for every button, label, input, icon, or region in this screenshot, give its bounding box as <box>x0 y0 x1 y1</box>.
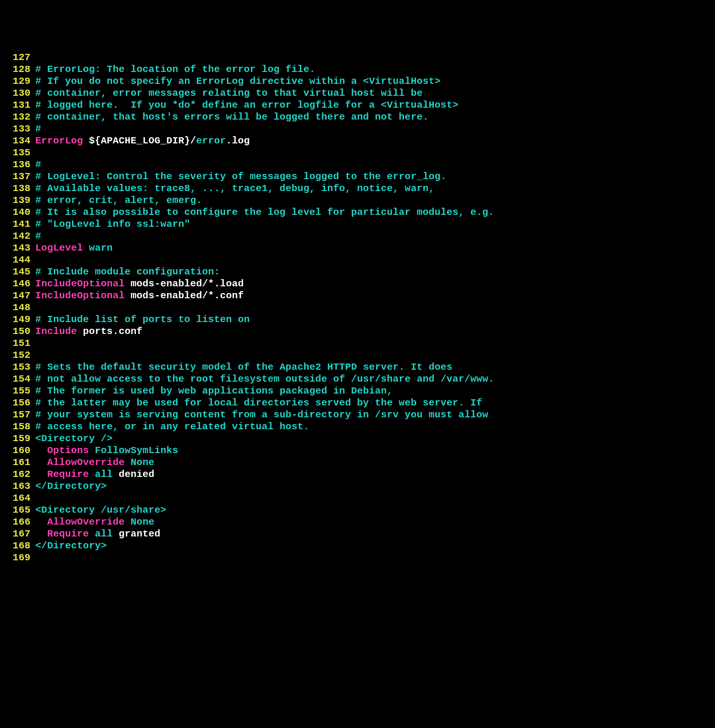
code-content[interactable]: # ErrorLog: The location of the error lo… <box>35 63 709 75</box>
code-content[interactable]: # Include module configuration: <box>35 266 709 278</box>
code-content[interactable]: # <box>35 230 709 242</box>
code-content[interactable]: # error, crit, alert, emerg. <box>35 194 709 206</box>
code-content[interactable]: # logged here. If you *do* define an err… <box>35 99 709 111</box>
code-content[interactable]: # "LogLevel info ssl:warn" <box>35 218 709 230</box>
code-content[interactable]: Options FollowSymLinks <box>35 445 709 456</box>
code-line[interactable]: 133# <box>6 123 709 135</box>
token: # <box>35 159 41 170</box>
code-content[interactable]: Include ports.conf <box>35 325 709 337</box>
code-editor[interactable]: 127128# ErrorLog: The location of the er… <box>6 51 709 564</box>
code-content[interactable]: </Directory> <box>35 480 709 492</box>
code-content[interactable]: # If you do not specify an ErrorLog dire… <box>35 75 709 87</box>
token: Require <box>47 528 89 539</box>
code-content[interactable] <box>35 337 709 349</box>
code-line[interactable]: 156# the latter may be used for local di… <box>6 397 709 409</box>
code-line[interactable]: 161 AllowOverride None <box>6 456 709 468</box>
code-line[interactable]: 148 <box>6 302 709 313</box>
code-line[interactable]: 128# ErrorLog: The location of the error… <box>6 63 709 75</box>
code-line[interactable]: 151 <box>6 337 709 349</box>
code-content[interactable]: # container, error messages relating to … <box>35 87 709 99</box>
code-content[interactable]: # Include list of ports to listen on <box>35 313 709 325</box>
code-line[interactable]: 162 Require all denied <box>6 468 709 480</box>
code-content[interactable]: # Available values: trace8, ..., trace1,… <box>35 182 709 194</box>
code-line[interactable]: 147IncludeOptional mods-enabled/*.conf <box>6 290 709 302</box>
code-content[interactable]: IncludeOptional mods-enabled/*.load <box>35 278 709 290</box>
code-content[interactable]: Require all denied <box>35 468 709 480</box>
code-content[interactable]: # LogLevel: Control the severity of mess… <box>35 171 709 182</box>
code-line[interactable]: 129# If you do not specify an ErrorLog d… <box>6 75 709 87</box>
token: ports.conf <box>77 326 143 337</box>
token <box>89 469 95 480</box>
code-content[interactable]: # your system is serving content from a … <box>35 409 709 421</box>
code-line[interactable]: 127 <box>6 51 709 63</box>
token <box>35 528 47 539</box>
code-line[interactable]: 144 <box>6 254 709 266</box>
code-line[interactable]: 143LogLevel warn <box>6 242 709 254</box>
code-line[interactable]: 136# <box>6 159 709 171</box>
code-line[interactable]: 163</Directory> <box>6 480 709 492</box>
code-line[interactable]: 159<Directory /> <box>6 433 709 445</box>
code-content[interactable]: AllowOverride None <box>35 516 709 528</box>
code-content[interactable]: IncludeOptional mods-enabled/*.conf <box>35 290 709 302</box>
code-line[interactable]: 135 <box>6 147 709 159</box>
code-content[interactable] <box>35 492 709 504</box>
code-line[interactable]: 134ErrorLog ${APACHE_LOG_DIR}/error.log <box>6 135 709 147</box>
code-line[interactable]: 158# access here, or in any related virt… <box>6 421 709 433</box>
code-content[interactable] <box>35 147 709 159</box>
code-line[interactable]: 145# Include module configuration: <box>6 266 709 278</box>
code-content[interactable]: # <box>35 159 709 171</box>
code-content[interactable]: # access here, or in any related virtual… <box>35 421 709 433</box>
token: # It is also possible to configure the l… <box>35 207 494 218</box>
code-line[interactable]: 139# error, crit, alert, emerg. <box>6 194 709 206</box>
code-line[interactable]: 160 Options FollowSymLinks <box>6 445 709 456</box>
code-content[interactable]: # <box>35 123 709 135</box>
code-content[interactable]: AllowOverride None <box>35 456 709 468</box>
code-content[interactable]: # the latter may be used for local direc… <box>35 397 709 409</box>
code-line[interactable]: 153# Sets the default security model of … <box>6 361 709 373</box>
code-content[interactable] <box>35 552 709 564</box>
code-content[interactable]: # container, that host's errors will be … <box>35 111 709 123</box>
code-content[interactable]: LogLevel warn <box>35 242 709 254</box>
code-content[interactable]: <Directory /> <box>35 433 709 445</box>
code-line[interactable]: 141# "LogLevel info ssl:warn" <box>6 218 709 230</box>
code-line[interactable]: 138# Available values: trace8, ..., trac… <box>6 182 709 194</box>
code-line[interactable]: 130# container, error messages relating … <box>6 87 709 99</box>
code-line[interactable]: 165<Directory /usr/share> <box>6 504 709 516</box>
code-content[interactable]: # It is also possible to configure the l… <box>35 206 709 218</box>
code-line[interactable]: 169 <box>6 552 709 564</box>
code-line[interactable]: 140# It is also possible to configure th… <box>6 206 709 218</box>
code-line[interactable]: 150Include ports.conf <box>6 325 709 337</box>
code-content[interactable] <box>35 349 709 361</box>
code-line[interactable]: 146IncludeOptional mods-enabled/*.load <box>6 278 709 290</box>
code-line[interactable]: 142# <box>6 230 709 242</box>
code-content[interactable]: Require all granted <box>35 528 709 540</box>
line-number: 136 <box>6 159 31 171</box>
code-content[interactable]: </Directory> <box>35 540 709 552</box>
code-line[interactable]: 137# LogLevel: Control the severity of m… <box>6 171 709 182</box>
code-line[interactable]: 149# Include list of ports to listen on <box>6 313 709 325</box>
line-number: 165 <box>6 504 31 516</box>
code-line[interactable]: 131# logged here. If you *do* define an … <box>6 99 709 111</box>
code-content[interactable]: # Sets the default security model of the… <box>35 361 709 373</box>
line-number: 153 <box>6 361 31 373</box>
token: None <box>131 457 154 468</box>
code-line[interactable]: 155# The former is used by web applicati… <box>6 385 709 397</box>
code-content[interactable] <box>35 302 709 313</box>
code-line[interactable]: 164 <box>6 492 709 504</box>
code-line[interactable]: 132# container, that host's errors will … <box>6 111 709 123</box>
code-line[interactable]: 166 AllowOverride None <box>6 516 709 528</box>
code-content[interactable]: <Directory /usr/share> <box>35 504 709 516</box>
code-line[interactable]: 157# your system is serving content from… <box>6 409 709 421</box>
code-content[interactable] <box>35 51 709 63</box>
code-content[interactable]: # The former is used by web applications… <box>35 385 709 397</box>
code-line[interactable]: 152 <box>6 349 709 361</box>
code-content[interactable]: # not allow access to the root filesyste… <box>35 373 709 385</box>
code-line[interactable]: 168</Directory> <box>6 540 709 552</box>
token: # <box>35 231 41 242</box>
code-line[interactable]: 154# not allow access to the root filesy… <box>6 373 709 385</box>
code-content[interactable] <box>35 254 709 266</box>
code-content[interactable]: ErrorLog ${APACHE_LOG_DIR}/error.log <box>35 135 709 147</box>
code-line[interactable]: 167 Require all granted <box>6 528 709 540</box>
token <box>125 457 131 468</box>
line-number: 152 <box>6 349 31 361</box>
